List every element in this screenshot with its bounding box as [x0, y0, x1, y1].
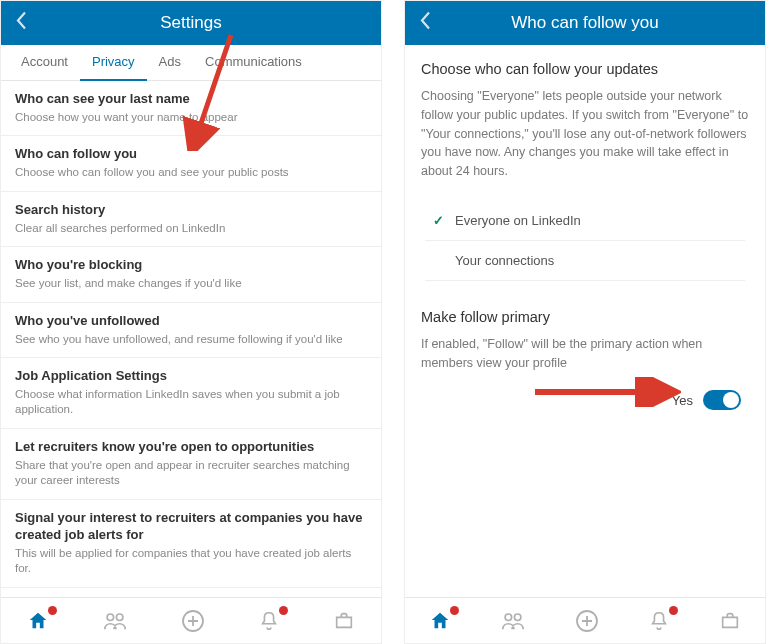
bottom-nav — [1, 597, 381, 643]
option-everyone[interactable]: ✓ Everyone on LinkedIn — [425, 201, 745, 241]
badge-icon — [279, 606, 288, 615]
option-label: Your connections — [455, 253, 554, 268]
setting-desc: Share that you're open and appear in rec… — [15, 458, 367, 489]
nav-post[interactable] — [575, 609, 599, 633]
setting-title: Who can follow you — [15, 146, 367, 163]
detail-header: Who can follow you — [405, 1, 765, 45]
svg-point-5 — [515, 614, 522, 621]
tab-account[interactable]: Account — [9, 45, 80, 81]
setting-item-follow[interactable]: Who can follow you Choose who can follow… — [1, 136, 381, 191]
follow-primary-toggle-row: Yes — [421, 390, 749, 410]
svg-point-4 — [505, 614, 512, 621]
setting-item-signal-interest[interactable]: Signal your interest to recruiters at co… — [1, 500, 381, 588]
section-primary-title: Make follow primary — [421, 309, 749, 325]
tab-communications[interactable]: Communications — [193, 45, 314, 81]
svg-point-0 — [107, 614, 114, 621]
setting-item-job-app[interactable]: Job Application Settings Choose what inf… — [1, 358, 381, 429]
nav-home[interactable] — [27, 610, 49, 632]
setting-desc: This will be applied for companies that … — [15, 546, 367, 577]
setting-title: Who can see your last name — [15, 91, 367, 108]
nav-jobs[interactable] — [719, 610, 741, 632]
setting-item-open-to-opps[interactable]: Let recruiters know you're open to oppor… — [1, 429, 381, 500]
tab-privacy[interactable]: Privacy — [80, 45, 147, 81]
svg-point-1 — [117, 614, 123, 621]
nav-home[interactable] — [429, 610, 451, 632]
badge-icon — [450, 606, 459, 615]
back-chevron-icon[interactable] — [15, 11, 27, 36]
setting-title: Signal your interest to recruiters at co… — [15, 510, 367, 544]
setting-desc: Choose how you want your name to appear — [15, 110, 367, 126]
badge-icon — [48, 606, 57, 615]
section-choose-title: Choose who can follow your updates — [421, 61, 749, 77]
option-label: Everyone on LinkedIn — [455, 213, 581, 228]
nav-network[interactable] — [102, 610, 128, 632]
tab-ads[interactable]: Ads — [147, 45, 193, 81]
settings-header: Settings — [1, 1, 381, 45]
setting-desc: Clear all searches performed on LinkedIn — [15, 221, 367, 237]
setting-title: Who you're blocking — [15, 257, 367, 274]
privacy-settings-list: Who can see your last name Choose how yo… — [1, 81, 381, 597]
bottom-nav — [405, 597, 765, 643]
settings-tabs: Account Privacy Ads Communications — [1, 45, 381, 81]
toggle-knob — [723, 392, 739, 408]
setting-title: Job Application Settings — [15, 368, 367, 385]
section-primary-text: If enabled, "Follow" will be the primary… — [421, 335, 749, 373]
setting-desc: Choose who can follow you and see your p… — [15, 165, 367, 181]
nav-notifications[interactable] — [648, 610, 670, 632]
setting-item-last-name[interactable]: Who can see your last name Choose how yo… — [1, 81, 381, 136]
setting-desc: See who you have unfollowed, and resume … — [15, 332, 367, 348]
follow-options: ✓ Everyone on LinkedIn ✓ Your connection… — [425, 201, 745, 281]
settings-title: Settings — [1, 13, 381, 33]
nav-post[interactable] — [181, 609, 205, 633]
back-chevron-icon[interactable] — [419, 11, 431, 36]
settings-screen: Settings Account Privacy Ads Communicati… — [0, 0, 382, 644]
setting-item-unfollowed[interactable]: Who you've unfollowed See who you have u… — [1, 303, 381, 358]
nav-jobs[interactable] — [333, 610, 355, 632]
setting-item-blocking[interactable]: Who you're blocking See your list, and m… — [1, 247, 381, 302]
toggle-label: Yes — [672, 393, 693, 408]
checkmark-icon: ✓ — [433, 213, 455, 228]
detail-content: Choose who can follow your updates Choos… — [405, 45, 765, 410]
setting-title: Let recruiters know you're open to oppor… — [15, 439, 367, 456]
detail-title: Who can follow you — [405, 13, 765, 33]
option-connections[interactable]: ✓ Your connections — [425, 241, 745, 281]
nav-network[interactable] — [500, 610, 526, 632]
section-choose-text: Choosing "Everyone" lets people outside … — [421, 87, 749, 181]
setting-item-search-history[interactable]: Search history Clear all searches perfor… — [1, 192, 381, 247]
nav-notifications[interactable] — [258, 610, 280, 632]
badge-icon — [669, 606, 678, 615]
who-can-follow-screen: Who can follow you Choose who can follow… — [404, 0, 766, 644]
setting-desc: See your list, and make changes if you'd… — [15, 276, 367, 292]
setting-title: Who you've unfollowed — [15, 313, 367, 330]
setting-title: Search history — [15, 202, 367, 219]
setting-item-share-on-apply[interactable]: Sharing your profile when you click appl… — [1, 588, 381, 597]
follow-primary-toggle[interactable] — [703, 390, 741, 410]
setting-desc: Choose what information LinkedIn saves w… — [15, 387, 367, 418]
